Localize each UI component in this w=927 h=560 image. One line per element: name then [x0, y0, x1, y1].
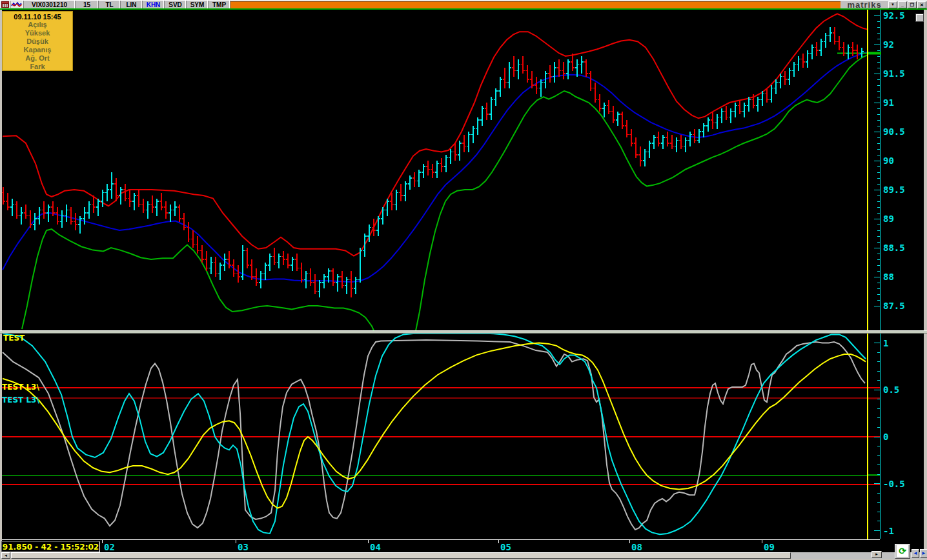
quote-row-open: Açılış	[3, 21, 72, 29]
indicator-label-test-l3-yellow: TEST L3\	[2, 383, 39, 392]
y-axis-label: 92.5	[883, 10, 905, 21]
refresh-button[interactable]: ⟳	[895, 544, 910, 559]
quote-row-low: Düşük	[3, 37, 72, 46]
scroll-right-button[interactable]: ►	[871, 551, 882, 558]
scroll-left-button[interactable]: ◄	[1, 552, 10, 559]
y-axis-label: 1	[883, 338, 888, 348]
quote-row-close: Kapanış	[3, 46, 72, 54]
y-axis-label: 91.5	[883, 68, 905, 79]
panel-separator[interactable]	[0, 330, 927, 334]
y-axis-label: 88	[883, 272, 894, 282]
quote-datetime: 09.11.10 15:45	[3, 12, 72, 21]
y-axis-label: -1	[883, 526, 894, 536]
refresh-icon: ⟳	[897, 545, 908, 557]
matriks-chart-window: VIX0301210 15 TL LIN KHN SVD SYM TMP mat…	[0, 0, 927, 560]
x-axis-label: 04	[370, 542, 381, 552]
axis-settings-button[interactable]	[915, 14, 924, 22]
indicator-label-test: TEST	[3, 334, 25, 343]
y-axis-label: 90	[883, 155, 894, 166]
x-axis-label: 03	[238, 542, 249, 552]
x-axis-label: 09	[764, 542, 775, 552]
quote-row-change: Fark	[3, 63, 72, 71]
quote-info-box: 09.11.10 15:45 Açılış Yüksek Düşük Kapan…	[2, 11, 73, 71]
y-axis-label: 0	[883, 432, 888, 442]
page-next-button[interactable]: ►	[920, 549, 927, 558]
quote-row-high: Yüksek	[3, 29, 72, 37]
quote-row-wavg: Ağ. Ort	[3, 54, 72, 63]
y-axis-label: 91	[883, 97, 894, 108]
horizontal-scrollbar[interactable]: ◄ ►	[0, 552, 927, 559]
y-axis-label: 90.5	[883, 126, 905, 137]
y-axis-label: 88.5	[883, 243, 905, 253]
y-axis-label: -0.5	[883, 479, 905, 489]
chart-canvas[interactable]: 92.59291.59190.59089.58988.58887.510.50-…	[0, 0, 927, 560]
y-axis-label: 89.5	[883, 185, 905, 195]
y-axis-label: 0.5	[883, 385, 899, 395]
x-axis-label: 05	[500, 542, 511, 552]
indicator-label-test-l3-cyan: TEST L3\	[2, 395, 39, 405]
plot-background	[2, 10, 924, 552]
scrollbar-thumb[interactable]	[11, 552, 791, 559]
status-bar: 91.850 - 42 - 15:52:02	[1, 541, 100, 552]
y-axis-label: 87.5	[883, 301, 905, 311]
y-axis-label: 89	[883, 214, 894, 224]
y-axis-label: 92	[883, 39, 894, 50]
x-axis-label: 02	[104, 542, 115, 552]
last-price-axis-marker	[868, 52, 881, 55]
page-prev-button[interactable]: ◄	[912, 549, 919, 558]
x-axis-label: 08	[631, 542, 642, 552]
